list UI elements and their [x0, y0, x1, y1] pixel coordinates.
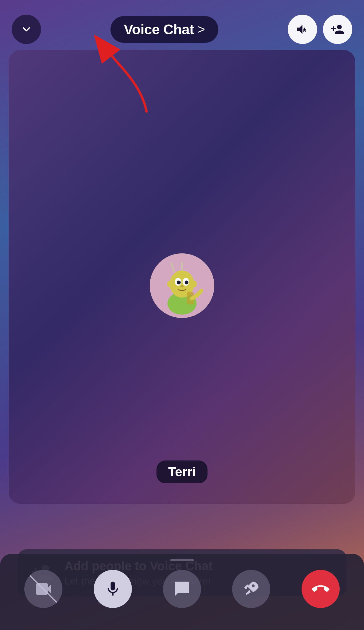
chat-button[interactable]	[163, 570, 201, 608]
camera-off-button[interactable]	[24, 570, 62, 608]
end-call-icon	[312, 580, 329, 598]
bottom-toolbar	[0, 554, 364, 630]
chat-icon	[173, 580, 191, 598]
microphone-button[interactable]	[94, 570, 132, 608]
sound-button[interactable]: B	[288, 15, 317, 44]
user-avatar	[150, 253, 214, 318]
end-call-button[interactable]	[302, 570, 340, 608]
header-right-buttons: B	[288, 15, 352, 44]
svg-point-7	[177, 280, 181, 284]
add-person-button[interactable]	[323, 15, 352, 44]
rocket-icon	[242, 580, 260, 598]
svg-text:B: B	[303, 28, 306, 33]
user-name-badge: Terri	[157, 460, 208, 483]
svg-point-9	[181, 285, 184, 287]
voice-chat-pill-button[interactable]: Voice Chat >	[110, 16, 218, 43]
svg-point-10	[167, 281, 172, 287]
sound-icon: B	[295, 22, 309, 36]
svg-point-8	[185, 280, 188, 284]
microphone-icon	[104, 580, 122, 598]
voice-chat-label: Voice Chat	[124, 21, 194, 38]
camera-slash-overlay	[25, 571, 61, 607]
add-person-icon	[331, 22, 345, 36]
avatar-container	[150, 253, 214, 318]
svg-point-11	[192, 281, 197, 287]
toolbar-handle	[170, 559, 194, 561]
boost-button[interactable]	[232, 570, 270, 608]
avatar-image	[150, 253, 214, 318]
chevron-down-button[interactable]	[12, 15, 41, 44]
main-call-area: Terri	[9, 50, 355, 504]
voice-chat-chevron-icon: >	[198, 22, 205, 37]
user-name-text: Terri	[168, 465, 196, 479]
header: Voice Chat > B	[0, 0, 364, 50]
chevron-down-icon	[21, 23, 32, 35]
